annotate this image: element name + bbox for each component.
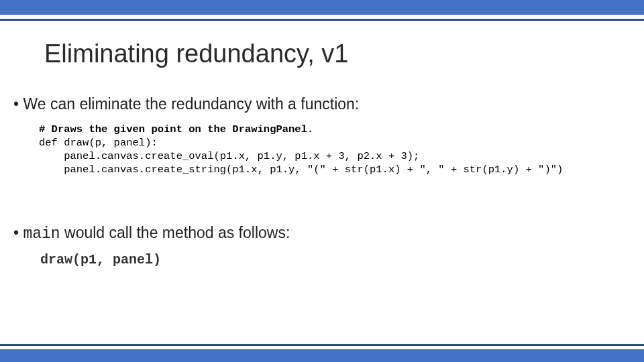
code-def: def draw(p, panel): [39, 137, 158, 149]
code-call: draw(p1, panel) [40, 252, 644, 267]
bottom-rule [0, 344, 644, 346]
code-block-1: # Draws the given point on the DrawingPa… [39, 123, 644, 177]
top-rule [0, 19, 644, 21]
code-line-2: panel.canvas.create_string(p1.x, p1.y, "… [39, 164, 563, 176]
code-line-1: panel.canvas.create_oval(p1.x, p1.y, p1.… [39, 150, 419, 162]
bullet-2-text: would call the method as follows: [60, 224, 290, 241]
bullet-1: We can eliminate the redundancy with a f… [13, 95, 644, 113]
code-comment: # Draws the given point on the DrawingPa… [39, 123, 313, 135]
bottom-accent-bar [0, 349, 644, 362]
slide-content: We can eliminate the redundancy with a f… [13, 95, 644, 267]
top-accent-bar [0, 0, 644, 15]
bullet-2: main would call the method as follows: [13, 224, 644, 243]
slide-title: Eliminating redundancy, v1 [44, 40, 644, 68]
bullet-2-mono: main [23, 225, 60, 243]
